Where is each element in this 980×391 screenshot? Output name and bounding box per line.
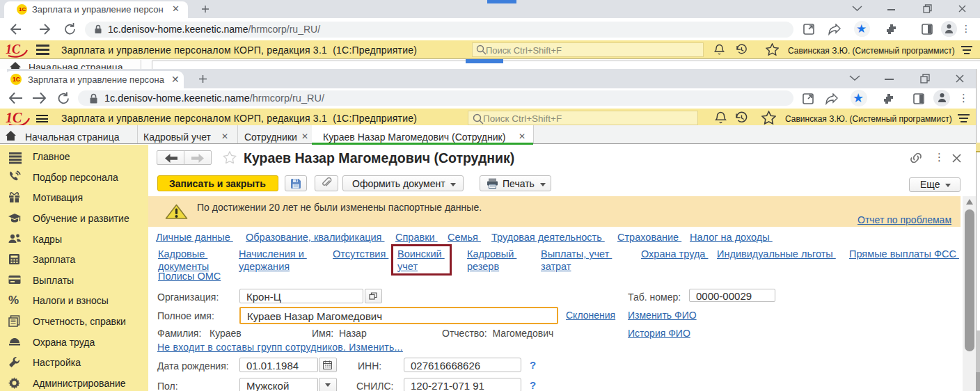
svg-text:1С: 1С — [6, 42, 21, 56]
svg-text:1С: 1С — [6, 110, 22, 125]
